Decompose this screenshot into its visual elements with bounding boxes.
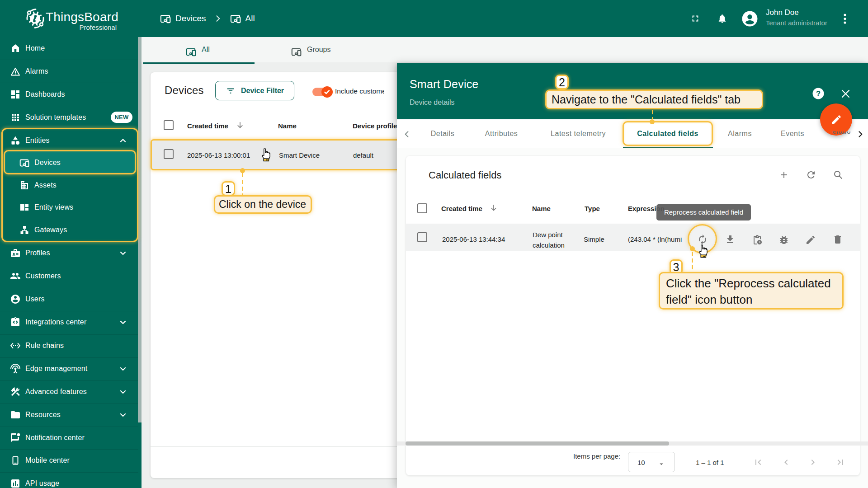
svg-text:?: ? — [816, 89, 821, 98]
